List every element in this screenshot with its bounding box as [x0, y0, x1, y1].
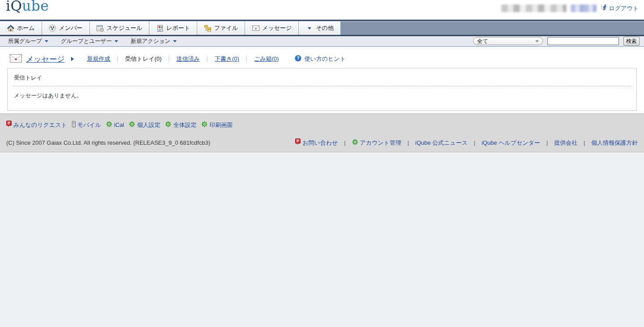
members-icon: [49, 25, 56, 32]
link-drafts[interactable]: 下書き(0): [215, 55, 239, 63]
chevron-down-icon: [114, 40, 118, 42]
inbox-panel: 受信トレイ メッセージはありません。: [7, 68, 637, 111]
chevron-down-icon: [45, 40, 48, 42]
message-toolbar: メッセージ 新規作成 受信トレイ(0) 送信済み 下書き(0) ごみ箱(0) ?…: [0, 53, 644, 65]
report-icon: [156, 25, 164, 32]
link-global-settings[interactable]: 全体設定: [165, 121, 196, 129]
link-iqube-help-center[interactable]: iQube ヘルプセンター: [482, 139, 540, 147]
link-ical[interactable]: iCal: [106, 121, 124, 129]
menu-own-groups-label: 所属グループ: [8, 38, 42, 45]
file-icon: [204, 25, 212, 32]
link-provider-company[interactable]: 提供会社: [554, 139, 577, 147]
separator: |: [584, 140, 585, 146]
separator: |: [547, 140, 548, 146]
dotted-separator: [118, 56, 118, 63]
link-personal-settings-label: 個人設定: [137, 121, 160, 129]
running-person-icon: [601, 4, 607, 13]
dotted-separator: [207, 56, 208, 63]
content-area: メッセージ 新規作成 受信トレイ(0) 送信済み 下書き(0) ごみ箱(0) ?…: [0, 47, 644, 113]
envelope-icon: [10, 54, 22, 64]
separator: |: [344, 140, 345, 146]
link-contact[interactable]: お問い合わせ: [295, 138, 338, 147]
link-inbox-current: 受信トレイ(0): [125, 55, 162, 63]
usage-hint-link[interactable]: ? 使い方のヒント: [295, 55, 346, 63]
search-input[interactable]: [547, 37, 619, 45]
menu-groups-users[interactable]: グループとユーザー: [61, 38, 118, 45]
page: iQube ログアウト: [0, 0, 644, 327]
link-mobile-label: モバイル: [77, 121, 101, 129]
link-iqube-news-label: iQube 公式ニュース: [415, 139, 467, 147]
message-page-title[interactable]: メッセージ: [26, 54, 65, 64]
link-personal-settings[interactable]: 個人設定: [129, 121, 160, 129]
footer-bottom-row: (C) Since 2007 Gaiax Co.Ltd. All rights …: [6, 138, 638, 147]
link-global-settings-label: 全体設定: [173, 121, 196, 129]
link-iqube-help-center-label: iQube ヘルプセンター: [482, 139, 540, 147]
empty-page-background: [0, 152, 644, 327]
link-sent[interactable]: 送信済み: [176, 55, 199, 63]
gear-icon: [129, 121, 135, 129]
search-filter-select[interactable]: 全て: [473, 37, 543, 45]
separator: |: [474, 140, 475, 146]
tab-members[interactable]: メンバー: [42, 21, 90, 35]
tab-schedule-label: スケジュール: [107, 24, 143, 32]
tab-others[interactable]: その他: [299, 21, 341, 35]
tab-members-label: メンバー: [59, 24, 83, 32]
dotted-separator: [246, 56, 247, 63]
link-privacy-policy[interactable]: 個人情報保護方針: [591, 139, 638, 147]
dotted-separator: [169, 56, 169, 63]
link-account-management[interactable]: アカウント管理: [352, 139, 402, 147]
gear-icon: [165, 121, 171, 129]
footer: みんなのリクエスト モバイル: [0, 113, 644, 152]
main-tabbar: ホーム メンバー: [0, 21, 644, 35]
link-print-view-label: 印刷画面: [209, 121, 233, 129]
tab-message-label: メッセージ: [262, 24, 292, 32]
link-contact-label: お問い合わせ: [302, 139, 338, 147]
dropdown-arrow-icon: [305, 25, 313, 32]
link-privacy-policy-label: 個人情報保護方針: [591, 139, 638, 147]
link-iqube-news[interactable]: iQube 公式ニュース: [415, 139, 467, 147]
top-header: iQube ログアウト: [0, 0, 644, 20]
chevron-down-icon: [535, 40, 539, 42]
tab-file[interactable]: ファイル: [197, 21, 245, 35]
tab-home-label: ホーム: [17, 24, 35, 32]
tab-report[interactable]: レポート: [149, 21, 197, 35]
gear-icon: [201, 121, 208, 129]
request-icon: [6, 121, 12, 129]
link-print-view[interactable]: 印刷画面: [201, 121, 233, 129]
mobile-phone-icon: [72, 121, 76, 129]
link-mobile[interactable]: モバイル: [72, 121, 101, 129]
arrow-right-icon: [71, 57, 74, 61]
separator: |: [407, 140, 409, 146]
sub-navigation: 所属グループ グループとユーザー 新規アクション 全て 検索: [0, 36, 644, 46]
help-icon: ?: [295, 55, 301, 63]
logout-button[interactable]: ログアウト: [601, 4, 639, 13]
svg-text:?: ?: [297, 56, 300, 61]
menu-groups-users-label: グループとユーザー: [61, 38, 112, 45]
tab-file-label: ファイル: [214, 24, 238, 32]
footer-quick-links: みんなのリクエスト モバイル: [6, 121, 638, 129]
tab-home[interactable]: ホーム: [0, 21, 42, 35]
redacted-user-name: [501, 4, 567, 12]
search-button[interactable]: 検索: [623, 37, 640, 46]
menu-new-action-label: 新規アクション: [131, 38, 170, 45]
link-new-message[interactable]: 新規作成: [87, 55, 110, 63]
gear-icon: [352, 139, 358, 147]
chevron-down-icon: [173, 40, 177, 42]
tab-report-label: レポート: [166, 24, 190, 32]
menu-own-groups[interactable]: 所属グループ: [8, 38, 48, 45]
message-icon: [252, 25, 259, 32]
iqube-logo[interactable]: iQube: [6, 0, 49, 15]
footer-bottom-links: お問い合わせ | アカウント管理 | iQube 公式ニュース: [295, 138, 638, 147]
logo-text-light: ube: [22, 0, 49, 14]
tab-message[interactable]: メッセージ: [245, 21, 299, 35]
link-trash[interactable]: ごみ箱(0): [254, 55, 279, 63]
redacted-user-link[interactable]: [571, 4, 597, 12]
menu-new-action[interactable]: 新規アクション: [131, 38, 177, 45]
link-account-management-label: アカウント管理: [360, 139, 402, 147]
logo-text-dark: iQ: [6, 0, 22, 14]
logout-label: ログアウト: [609, 4, 639, 13]
tab-schedule[interactable]: スケジュール: [90, 21, 150, 35]
search-filter-value: 全て: [477, 38, 488, 45]
link-everyones-requests[interactable]: みんなのリクエスト: [6, 121, 67, 129]
header-right-area: ログアウト: [501, 4, 639, 13]
